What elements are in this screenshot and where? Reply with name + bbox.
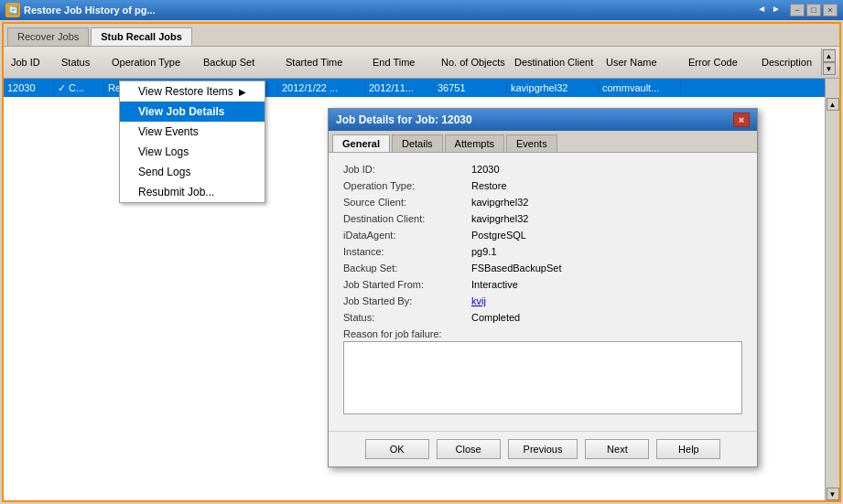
value-job-started-from: Interactive	[471, 279, 518, 290]
field-op-type: Operation Type: Restore	[343, 180, 742, 191]
value-idataagent: PostgreSQL	[471, 230, 526, 241]
previous-button[interactable]: Previous	[508, 439, 578, 459]
dialog-tab-details[interactable]: Details	[392, 134, 443, 152]
ok-button[interactable]: OK	[365, 439, 429, 459]
field-backup-set: Backup Set: FSBasedBackupSet	[343, 263, 742, 273]
field-instance: Instance: pg9.1	[343, 246, 742, 257]
label-idataagent: iDataAgent:	[343, 230, 471, 241]
value-op-type: Restore	[471, 180, 507, 191]
value-instance: pg9.1	[471, 246, 497, 257]
label-status: Status:	[343, 312, 471, 323]
field-status: Status: Completed	[343, 312, 742, 323]
label-op-type: Operation Type:	[343, 180, 471, 191]
label-job-id: Job ID:	[343, 164, 471, 175]
label-dest-client: Destination Client:	[343, 213, 471, 224]
field-idataagent: iDataAgent: PostgreSQL	[343, 230, 742, 241]
label-backup-set: Backup Set:	[343, 263, 471, 273]
label-reason: Reason for job failure:	[343, 328, 471, 339]
dialog-close-btn[interactable]: ×	[733, 113, 750, 127]
value-job-id: 12030	[471, 164, 500, 175]
value-job-started-by[interactable]: kvij	[471, 295, 486, 306]
dialog-tab-bar: General Details Attempts Events	[329, 131, 757, 153]
dialog-title-bar: Job Details for Job: 12030 ×	[329, 109, 757, 131]
dialog-tab-attempts[interactable]: Attempts	[445, 134, 504, 152]
label-source-client: Source Client:	[343, 197, 471, 208]
dialog-content: Job ID: 12030 Operation Type: Restore So…	[329, 153, 757, 431]
field-job-started-from: Job Started From: Interactive	[343, 279, 742, 290]
value-backup-set: FSBasedBackupSet	[471, 263, 561, 273]
field-job-started-by: Job Started By: kvij	[343, 295, 742, 306]
field-source-client: Source Client: kavipgrhel32	[343, 197, 742, 208]
value-source-client: kavipgrhel32	[471, 197, 528, 208]
help-button[interactable]: Help	[656, 439, 720, 459]
next-button[interactable]: Next	[585, 439, 649, 459]
dialog-footer: OK Close Previous Next Help	[329, 431, 757, 466]
job-details-dialog: Job Details for Job: 12030 × General Det…	[328, 108, 758, 467]
value-status: Completed	[471, 312, 520, 323]
field-reason: Reason for job failure:	[343, 328, 742, 414]
field-dest-client: Destination Client: kavipgrhel32	[343, 213, 742, 224]
label-job-started-by: Job Started By:	[343, 295, 471, 306]
label-instance: Instance:	[343, 246, 471, 257]
dialog-tab-general[interactable]: General	[332, 134, 390, 152]
dialog-overlay: Job Details for Job: 12030 × General Det…	[0, 0, 843, 504]
dialog-title-text: Job Details for Job: 12030	[336, 113, 472, 126]
value-dest-client: kavipgrhel32	[471, 213, 528, 224]
field-job-id: Job ID: 12030	[343, 164, 742, 175]
reason-text-area	[343, 341, 742, 414]
dialog-tab-events[interactable]: Events	[506, 134, 557, 152]
close-button[interactable]: Close	[437, 439, 501, 459]
label-job-started-from: Job Started From:	[343, 279, 471, 290]
